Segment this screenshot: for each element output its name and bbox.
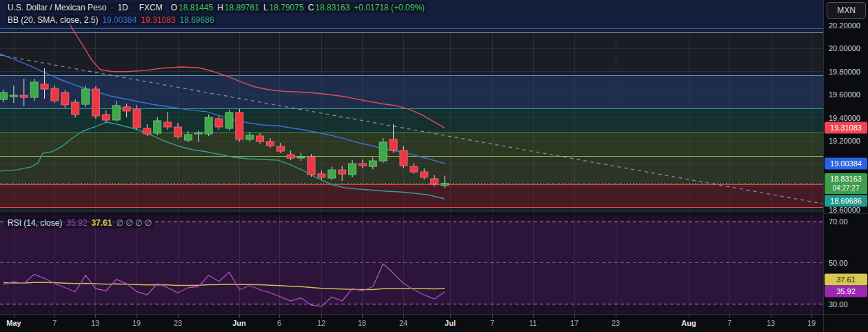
time-axis-label: 24	[399, 319, 407, 327]
price-axis-label: 20.00000	[829, 44, 860, 52]
candle	[205, 117, 212, 134]
chart-pane-area[interactable]: U.S. Dollar / Mexican Peso · 1D · FXCM O…	[0, 0, 823, 314]
candle	[369, 161, 376, 166]
candle	[349, 164, 356, 175]
price-axis-label: 19.20000	[829, 137, 860, 145]
time-axis-label: 6	[277, 319, 281, 327]
time-axis-label: 17	[570, 319, 578, 327]
axis-separator	[824, 314, 868, 315]
bb-indicator-title[interactable]: BB (20, SMA, close, 2.5)	[8, 15, 98, 25]
candle	[390, 139, 397, 150]
candle	[82, 89, 90, 104]
candle	[123, 107, 130, 111]
time-axis-label: May	[6, 319, 21, 327]
time-axis-tick	[137, 315, 137, 318]
price-zone	[0, 185, 823, 207]
price-axis-label: 18.60000	[829, 206, 860, 214]
time-axis-label: 11	[529, 319, 536, 327]
rsi-axis-label: 70.00	[829, 217, 848, 226]
candle	[297, 157, 305, 158]
price-zone	[0, 133, 823, 156]
candle	[307, 157, 315, 175]
candle	[30, 82, 38, 97]
price-axis-label: 19.40000	[829, 114, 860, 122]
candle	[112, 106, 120, 120]
rsi-indicator-legend: RSI (14, close) 35.92 37.61 ∅ ∅ ∅ ∅	[6, 217, 154, 228]
time-axis-tick	[54, 315, 55, 318]
time-axis-tick	[616, 315, 616, 318]
time-axis-tick	[178, 315, 179, 318]
price-axis-label: 19.80000	[829, 68, 860, 76]
time-axis-tick	[95, 315, 96, 318]
time-axis-tick	[362, 315, 363, 318]
candle	[133, 109, 141, 128]
time-axis-label: 18	[358, 319, 366, 327]
candle	[328, 170, 336, 178]
trading-chart-window: U.S. Dollar / Mexican Peso · 1D · FXCM O…	[0, 0, 868, 332]
candle	[20, 95, 28, 97]
rsi-value-badge: 35.92	[825, 285, 867, 297]
last-price-badge: 18.8316304:27:27	[825, 173, 867, 194]
time-axis-label: 12	[317, 319, 325, 327]
time-axis-tick	[239, 315, 240, 318]
rsi-ma-value: 37.61	[91, 218, 112, 228]
candle	[143, 128, 151, 134]
time-axis-label: Jul	[445, 319, 456, 327]
time-axis-tick	[492, 315, 493, 318]
time-axis-tick	[403, 315, 404, 318]
time-axis-tick	[689, 315, 689, 318]
time-axis[interactable]: May7131923Jun6121824Jul7111723Aug71319	[0, 314, 823, 332]
ohlc-close: C18.83163	[308, 3, 350, 12]
rsi-indicator-title[interactable]: RSI (14, close)	[8, 218, 62, 228]
price-zone	[0, 76, 823, 109]
candle	[10, 95, 17, 97]
time-axis-label: 19	[132, 319, 141, 327]
price-zone	[0, 109, 823, 133]
candle	[256, 136, 264, 141]
currency-toggle-button[interactable]: MXN	[827, 2, 866, 19]
countdown-timer: 04:27:27	[825, 184, 867, 193]
time-axis-tick	[729, 315, 730, 318]
candle	[102, 115, 110, 120]
candle	[225, 113, 233, 128]
candle	[246, 135, 254, 139]
price-axis-label: 19.60000	[829, 90, 860, 99]
candle	[266, 141, 274, 146]
pane-separator[interactable]	[0, 213, 823, 215]
time-axis-tick	[321, 315, 322, 318]
ohlc-low: L18.79075	[263, 3, 304, 12]
time-axis-label: 23	[174, 319, 182, 327]
bb-basis-value: 19.00384	[102, 15, 137, 25]
time-axis-tick	[811, 315, 812, 318]
candle	[164, 122, 172, 127]
time-axis-tick	[533, 315, 534, 318]
symbol-title[interactable]: U.S. Dollar / Mexican Peso	[8, 3, 106, 12]
candle	[318, 174, 325, 177]
candle	[410, 166, 418, 172]
rsi-ma-badge: 37.61	[825, 273, 867, 285]
bb-indicator-legend: BB (20, SMA, close, 2.5) 19.00384 19.310…	[6, 14, 216, 26]
bb-lower-badge: 18.69686	[825, 195, 867, 207]
rsi-value: 35.92	[66, 218, 87, 228]
time-axis-label: 7	[52, 319, 57, 327]
candle	[359, 164, 366, 166]
price-axis-label: 20.20000	[829, 21, 860, 30]
change-label: +0.01718 (+0.09%)	[354, 3, 425, 12]
time-axis-tick	[574, 315, 575, 318]
exchange-label[interactable]: FXCM	[139, 3, 163, 12]
price-scale[interactable]: MXN 20.2000020.0000019.8000019.6000019.4…	[823, 0, 868, 332]
ohlc-high: H18.89761	[217, 3, 259, 12]
time-axis-tick	[14, 315, 14, 318]
chart-canvas[interactable]	[0, 0, 823, 314]
time-axis-label: 7	[490, 319, 494, 327]
candle	[174, 127, 182, 137]
time-axis-label: 23	[612, 319, 620, 327]
rsi-axis-label: 50.00	[829, 259, 848, 267]
candle	[215, 119, 223, 127]
time-axis-label: Jun	[232, 319, 246, 327]
candle	[421, 172, 428, 177]
time-axis-label: 19	[807, 319, 816, 327]
legend-separator: ·	[132, 3, 135, 12]
interval-label[interactable]: 1D	[117, 3, 128, 12]
candle	[72, 102, 79, 115]
